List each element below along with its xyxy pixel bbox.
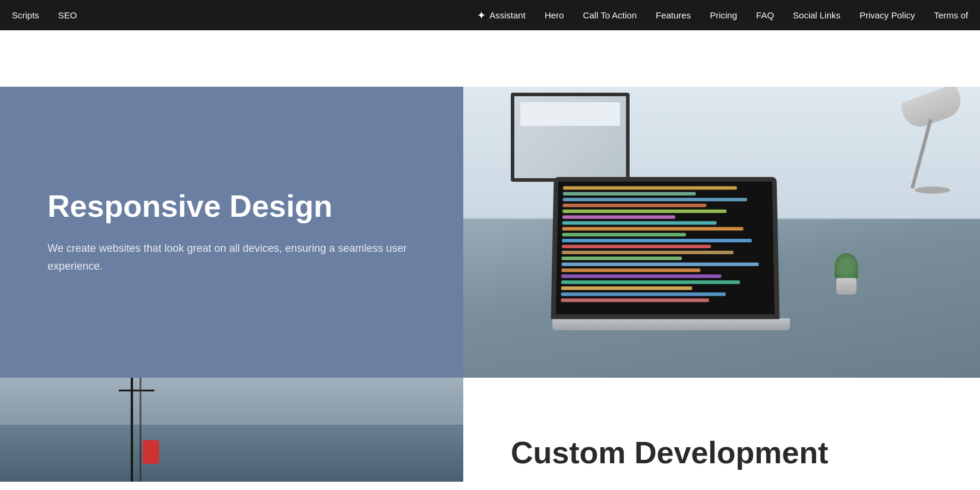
code-line xyxy=(561,292,725,296)
code-line xyxy=(562,227,744,230)
assistant-icon: ✦ xyxy=(477,9,486,22)
laptop-body xyxy=(552,318,790,330)
responsive-design-panel: Responsive Design We create websites tha… xyxy=(0,87,463,378)
nav-privacy[interactable]: Privacy Policy xyxy=(859,10,915,20)
custom-dev-panel: Custom Development xyxy=(463,378,980,482)
desk-surface xyxy=(463,218,980,378)
nav-hero[interactable]: Hero xyxy=(545,10,564,20)
crane-hook-element xyxy=(143,440,159,464)
feature-row-2: Custom Development xyxy=(0,378,980,482)
main-nav: Scripts SEO ✦ Assistant Hero Call To Act… xyxy=(0,0,980,30)
crane-vertical-2 xyxy=(140,378,141,482)
code-line xyxy=(562,221,717,225)
code-line xyxy=(561,268,700,272)
ocean-crane-image xyxy=(0,378,463,482)
crane-arm xyxy=(119,390,154,391)
code-line xyxy=(562,210,727,213)
white-band xyxy=(0,30,980,87)
laptop-desk-image xyxy=(463,87,980,378)
responsive-design-desc: We create websites that look great on al… xyxy=(48,240,416,275)
code-line xyxy=(563,186,737,190)
ocean-water xyxy=(0,425,463,482)
features-section: Responsive Design We create websites tha… xyxy=(0,87,980,482)
code-line xyxy=(562,198,747,201)
responsive-design-title: Responsive Design xyxy=(48,189,416,223)
ocean-scene xyxy=(0,378,463,482)
nav-terms[interactable]: Terms of xyxy=(934,10,968,20)
monitor-screen xyxy=(514,96,626,178)
nav-scripts[interactable]: Scripts xyxy=(12,10,39,20)
code-line xyxy=(562,216,675,219)
code-line xyxy=(562,245,711,248)
monitor xyxy=(511,93,630,182)
nav-right-group: Hero Call To Action Features Pricing FAQ… xyxy=(545,10,968,20)
code-line xyxy=(563,192,696,195)
nav-assistant[interactable]: ✦ Assistant xyxy=(477,9,526,22)
code-line xyxy=(562,233,685,236)
crane-vertical xyxy=(131,378,133,482)
nav-cta[interactable]: Call To Action xyxy=(583,10,637,20)
code-line xyxy=(561,280,740,284)
code-line xyxy=(562,257,682,260)
code-line xyxy=(561,263,758,266)
nav-left-group: Scripts SEO xyxy=(12,10,77,20)
code-line xyxy=(562,239,752,242)
desk-scene xyxy=(463,87,980,378)
code-line xyxy=(561,286,693,290)
laptop xyxy=(552,176,944,330)
code-line xyxy=(562,204,706,207)
feature-row-1: Responsive Design We create websites tha… xyxy=(0,87,980,378)
nav-faq[interactable]: FAQ xyxy=(756,10,774,20)
custom-dev-title: Custom Development xyxy=(511,436,829,470)
nav-social[interactable]: Social Links xyxy=(793,10,840,20)
code-line xyxy=(562,251,734,254)
code-line xyxy=(561,298,709,302)
laptop-screen xyxy=(551,177,779,319)
nav-features[interactable]: Features xyxy=(656,10,691,20)
code-display xyxy=(556,182,774,309)
nav-pricing[interactable]: Pricing xyxy=(710,10,737,20)
lamp-head xyxy=(899,87,965,132)
code-line xyxy=(561,274,721,278)
nav-seo[interactable]: SEO xyxy=(58,10,77,20)
